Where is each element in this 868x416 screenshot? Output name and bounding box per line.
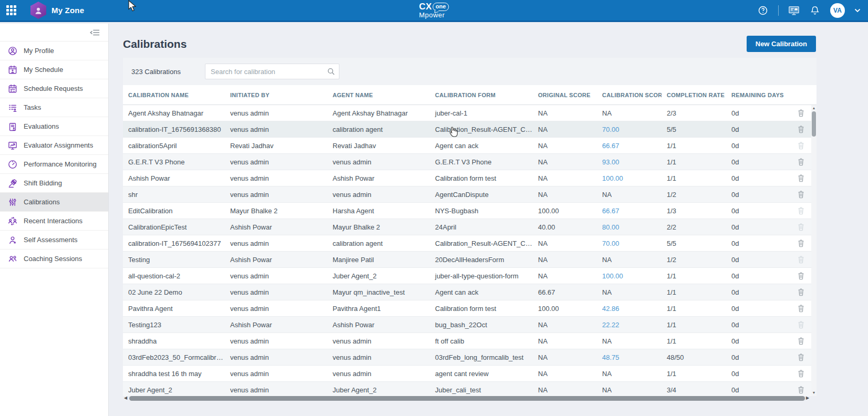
delete-trash-icon[interactable] [790,190,811,199]
table-row[interactable]: all-question-cal-2 venus admin Juber Age… [123,268,817,284]
sidebar-item-my-profile[interactable]: My Profile [0,41,108,60]
sidebar-item-evaluations[interactable]: Evaluations [0,117,108,136]
table-row[interactable]: EditCalibration Mayur Bhalke 2 Harsha Ag… [123,203,817,219]
sidebar-item-recent-interactions[interactable]: Recent Interactions [0,212,108,231]
scroll-down-arrow[interactable]: ▼ [811,390,817,396]
cell-agent-name: Harsha Agent [327,207,430,215]
cell-calibration-form: agent cant review [430,370,533,378]
cell-calibration-score[interactable]: 66.67 [597,142,662,150]
vertical-scroll-thumb[interactable] [812,111,816,137]
delete-trash-icon[interactable] [790,353,811,361]
search-input[interactable] [205,64,339,79]
cell-remaining-days: 0d [726,353,790,361]
cell-calibration-score[interactable]: 100.00 [597,174,662,182]
cell-agent-name: Pavithra Agent1 [327,305,430,313]
table-toolbar: 323 Calibrations [123,58,817,85]
delete-trash-icon[interactable] [790,206,811,215]
delete-trash-icon[interactable] [790,174,811,182]
cell-agent-name: Revati Jadhav [327,142,430,150]
sidebar-item-tasks[interactable]: Tasks [0,98,108,117]
table-row[interactable]: CalibrationEpicTest Ashish Powar Mayur B… [123,219,817,235]
delete-trash-icon[interactable] [790,141,811,150]
cell-calibration-name: Ashish Powar [123,174,225,182]
horizontal-scroll-thumb[interactable] [129,396,805,401]
column-header-original-score[interactable]: ORIGINAL SCORE [533,92,597,98]
cell-calibration-score[interactable]: 66.67 [597,207,662,215]
cell-calibration-score[interactable]: 100.00 [597,272,662,280]
delete-trash-icon[interactable] [790,272,811,280]
delete-trash-icon[interactable] [790,386,811,394]
cell-calibration-score[interactable]: 48.75 [597,353,662,361]
delete-trash-icon[interactable] [790,223,811,231]
cell-calibration-score[interactable]: 80.00 [597,223,662,231]
delete-trash-icon[interactable] [790,320,811,329]
column-header-completion-rate[interactable]: COMPLETION RATE [662,92,726,98]
cell-calibration-form: juber-all-type-question-form [430,272,533,280]
cell-original-score: NA [533,126,597,133]
sidebar-item-performance-monitoring[interactable]: Performance Monitoring [0,155,108,174]
new-calibration-button[interactable]: New Calibration [747,36,816,52]
cell-calibration-score[interactable]: 93.00 [597,158,662,166]
table-row[interactable]: Testing Ashish Powar Manjiree Patil 20De… [123,252,817,268]
app-grid-icon[interactable] [0,0,22,20]
collapse-menu-icon[interactable] [89,29,100,36]
sidebar-item-calibrations[interactable]: Calibrations [0,193,108,212]
table-row[interactable]: Juber Agent_2 venus admin Juber Agent_2 … [123,382,817,396]
column-header-agent-name[interactable]: AGENT NAME [327,92,430,98]
sidebar-item-self-assessments[interactable]: Self Assessments [0,231,108,249]
vertical-scrollbar[interactable]: ▲ ▼ [811,105,817,396]
table-row[interactable]: shraddha test 16 th may venus admin venu… [123,366,817,382]
cell-calibration-score[interactable]: 42.86 [597,305,662,313]
table-row[interactable]: shraddha venus admin venus admin ft off … [123,333,817,349]
sidebar-item-coaching-sessions[interactable]: Coaching Sessions [0,249,108,268]
horizontal-scrollbar[interactable]: ◀ ▶ [124,396,810,401]
table-row[interactable]: calibration-IT_1675691368380 venus admin… [123,121,817,138]
screen-share-icon[interactable] [788,5,800,16]
column-header-calibration-name[interactable]: CALIBRATION NAME [123,92,225,98]
table-row[interactable]: Pavithra Agent venus admin Pavithra Agen… [123,300,817,317]
sidebar-item-shift-bidding[interactable]: Shift Bidding [0,174,108,193]
table-row[interactable]: G.E.R.T V3 Phone venus admin venus admin… [123,154,817,170]
delete-trash-icon[interactable] [790,369,811,378]
delete-trash-icon[interactable] [790,158,811,166]
table-row[interactable]: Testing123 Ashish Powar Ashish Powar bug… [123,317,817,333]
scroll-right-arrow[interactable]: ▶ [806,396,810,401]
table-row[interactable]: Agent Akshay Bhatnagar venus admin Agent… [123,105,817,121]
monitor-arrow-icon [7,140,18,151]
delete-trash-icon[interactable] [790,337,811,345]
delete-trash-icon[interactable] [790,255,811,264]
sidebar-item-my-schedule[interactable]: My Schedule [0,60,108,79]
scroll-left-arrow[interactable]: ◀ [124,396,128,401]
column-header-initiated-by[interactable]: INITIATED BY [225,92,327,98]
cell-calibration-score[interactable]: 70.00 [597,240,662,247]
cell-calibration-form: G.E.R.T V3 Phone [430,158,533,166]
table-row[interactable]: 03rdFeb2023_50_Formcalibratio... venus a… [123,349,817,366]
mouse-cursor-arrow [128,0,138,14]
scroll-up-arrow[interactable]: ▲ [811,106,817,111]
table-row[interactable]: calibration-IT_1675694102377 venus admin… [123,235,817,252]
search-icon[interactable] [327,67,335,78]
table-row[interactable]: shr venus admin venus admin AgentCanDisp… [123,186,817,203]
sidebar-item-evaluator-assignments[interactable]: Evaluator Assignments [0,136,108,155]
delete-trash-icon[interactable] [790,304,811,313]
cell-calibration-form: Calibration form test [430,305,533,313]
delete-trash-icon[interactable] [790,239,811,247]
table-row[interactable]: 02 June 22 Demo venus admin Mayur qm_ina… [123,284,817,300]
chevron-down-icon[interactable] [854,8,861,13]
column-header-remaining-days[interactable]: REMAINING DAYS [726,92,790,98]
delete-trash-icon[interactable] [790,125,811,133]
delete-trash-icon[interactable] [790,109,811,117]
delete-trash-icon[interactable] [790,288,811,296]
cell-calibration-name: Agent Akshay Bhatnagar [123,109,225,117]
avatar[interactable]: VA [830,3,845,18]
table-row[interactable]: Ashish Powar venus admin Ashish Powar Ca… [123,170,817,186]
column-header-calibration-score[interactable]: CALIBRATION SCORE [597,92,662,98]
column-header-calibration-form[interactable]: CALIBRATION FORM [430,92,533,98]
cell-calibration-score[interactable]: 22.22 [597,321,662,329]
help-icon[interactable] [757,5,769,16]
sidebar-item-schedule-requests[interactable]: Schedule Requests [0,79,108,98]
cell-calibration-score[interactable]: 70.00 [597,126,662,133]
table-row[interactable]: calibration5April Revati Jadhav Revati J… [123,138,817,154]
cell-initiated-by: venus admin [225,240,327,247]
notifications-bell-icon[interactable] [809,5,821,16]
